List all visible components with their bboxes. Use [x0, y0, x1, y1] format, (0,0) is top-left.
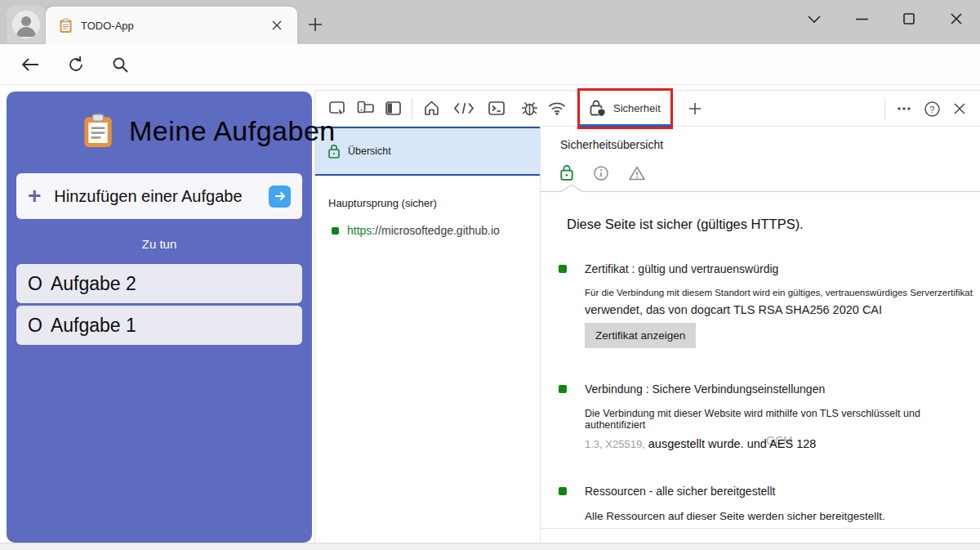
code-icon[interactable] — [450, 95, 478, 123]
task-item[interactable]: O Aufgabe 1 — [16, 306, 302, 345]
task-checkbox[interactable]: O — [28, 273, 42, 295]
bug-icon[interactable] — [515, 95, 543, 123]
certificate-section: Zertifikat : gültig und vertrauenswürdig… — [559, 262, 980, 348]
submit-arrow-button[interactable] — [269, 186, 291, 208]
todo-header: Meine Aufgaben — [82, 113, 336, 149]
clipboard-favicon — [59, 18, 73, 34]
refresh-icon[interactable] — [65, 54, 87, 75]
tab-security[interactable]: Sicherheit — [577, 88, 673, 129]
new-tab-icon[interactable] — [305, 15, 325, 34]
close-icon[interactable] — [933, 0, 980, 38]
connection-heading: Verbindung : Sichere Verbindungseinstell… — [585, 382, 980, 396]
add-task-button[interactable]: + Hinzufügen einer Aufgabe — [16, 173, 302, 219]
back-icon[interactable] — [20, 54, 41, 75]
svg-text:?: ? — [929, 104, 934, 114]
chevron-down-icon[interactable] — [791, 0, 838, 38]
secure-bullet-icon — [332, 227, 339, 235]
connection-desc-line1: Die Verbindung mit dieser Website wird m… — [585, 408, 980, 431]
certificate-desc-line1: Für die Verbindung mit diesem Standort w… — [585, 288, 980, 297]
secure-bullet-icon — [559, 265, 567, 273]
main-origin-label: Hauptursprung (sicher) — [328, 197, 527, 209]
origin-rest: ://microsoftedge.github.io — [372, 224, 499, 237]
minimize-icon[interactable] — [838, 0, 885, 38]
active-view-caret — [560, 184, 583, 193]
devtools-toolbar: Sicherheit ? — [315, 91, 980, 127]
certificate-heading: Zertifikat : gültig und vertrauenswürdig — [585, 262, 980, 275]
origin-link[interactable]: https://microsoftedge.github.io — [347, 224, 500, 237]
todo-app-panel: Meine Aufgaben + Hinzufügen einer Aufgab… — [7, 92, 312, 543]
connection-desc-line2: 1.3, X25519, ausgestellt wurde. GCM und … — [585, 437, 980, 450]
clipboard-icon — [82, 113, 114, 149]
connection-tls-detail: 1.3, X25519, — [585, 438, 645, 450]
maximize-icon[interactable] — [885, 0, 933, 38]
devtools-panel: Sicherheit ? — [314, 90, 980, 543]
task-label: Aufgabe 2 — [51, 273, 136, 295]
panel-bottom-divider — [541, 528, 980, 529]
tab-title: TODO-App — [81, 20, 266, 32]
security-view-icons — [560, 165, 980, 181]
task-label: Aufgabe 1 — [51, 315, 136, 337]
dock-side-icon[interactable] — [379, 95, 407, 123]
resources-heading: Ressourcen - alle sicher bereitgestellt — [585, 485, 980, 498]
console-icon[interactable] — [483, 95, 510, 123]
view-certificate-button[interactable]: Zertifikat anzeigen — [585, 323, 696, 348]
resources-section: Ressourcen - alle sicher bereitgestellt … — [559, 485, 980, 522]
security-overview-title: Sicherheitsübersicht — [560, 138, 980, 151]
resources-desc: Alle Ressourcen auf dieser Seite werden … — [585, 510, 980, 522]
active-tab-underline — [580, 124, 670, 127]
main-origin-section: Hauptursprung (sicher) https://microsoft… — [315, 176, 540, 237]
more-dots-icon[interactable] — [890, 95, 918, 123]
sidebar-item-overview[interactable]: Übersicht — [315, 127, 540, 176]
window-controls — [791, 0, 980, 38]
toolbar-separator — [884, 98, 885, 119]
plus-icon: + — [28, 185, 41, 208]
tab-close-icon[interactable] — [266, 15, 287, 36]
connection-desc-mid: ausgestellt wurde. — [648, 437, 744, 450]
devtools-toolbar-right: ? — [880, 91, 973, 127]
browser-window: TODO-App — [0, 0, 980, 550]
task-checkbox[interactable]: O — [28, 315, 42, 337]
network-wifi-icon[interactable] — [543, 95, 571, 123]
tab-divider — [541, 191, 980, 192]
todo-app-title: Meine Aufgaben — [129, 115, 336, 147]
security-overview-main: Sicherheitsübersicht — [541, 127, 980, 543]
tab-security-label: Sicherheit — [613, 102, 661, 114]
certificate-desc-line2: verwendet, das von dogcart TLS RSA SHA25… — [585, 303, 980, 316]
origin-scheme: https — [347, 224, 372, 237]
todo-list-label: Zu tun — [7, 237, 312, 251]
secure-bullet-icon — [559, 487, 567, 495]
connection-section: Verbindung : Sichere Verbindungseinstell… — [559, 382, 980, 450]
home-icon[interactable] — [417, 95, 445, 123]
profile-avatar-icon — [12, 11, 40, 38]
secure-lock-icon[interactable] — [560, 165, 573, 181]
device-emulation-icon[interactable] — [351, 95, 379, 123]
origin-list-item[interactable]: https://microsoftedge.github.io — [328, 224, 527, 237]
add-task-label: Hinzufügen einer Aufgabe — [54, 187, 269, 206]
profile-button[interactable] — [7, 6, 46, 42]
page-content: Meine Aufgaben + Hinzufügen einer Aufgab… — [0, 85, 980, 543]
info-icon[interactable] — [594, 166, 608, 181]
toolbar-separator — [412, 98, 412, 119]
window-bottom-edge — [0, 543, 980, 550]
browser-toolbar: microsoftedge.github.io/Demos/demo-to-do… — [0, 44, 980, 85]
security-lock-shield-icon — [590, 100, 606, 117]
security-summary: Diese Seite ist sicher (gültiges HTTPS). — [567, 217, 980, 232]
security-sidebar: Übersicht Hauptursprung (sicher) https:/… — [315, 127, 541, 543]
warning-icon[interactable] — [629, 166, 645, 181]
security-panel-body: Übersicht Hauptursprung (sicher) https:/… — [315, 127, 980, 543]
browser-tab-todo-app[interactable]: TODO-App — [46, 7, 297, 44]
tab-strip: TODO-App — [0, 0, 980, 44]
add-tab-icon[interactable] — [681, 95, 709, 123]
search-icon[interactable] — [109, 54, 131, 75]
help-icon[interactable]: ? — [918, 95, 946, 123]
sidebar-overview-label: Übersicht — [348, 145, 391, 157]
connection-ghost-text: GCM — [766, 434, 793, 447]
task-item[interactable]: O Aufgabe 2 — [16, 264, 302, 303]
close-devtools-icon[interactable] — [946, 95, 973, 123]
secure-bullet-icon — [559, 385, 567, 393]
